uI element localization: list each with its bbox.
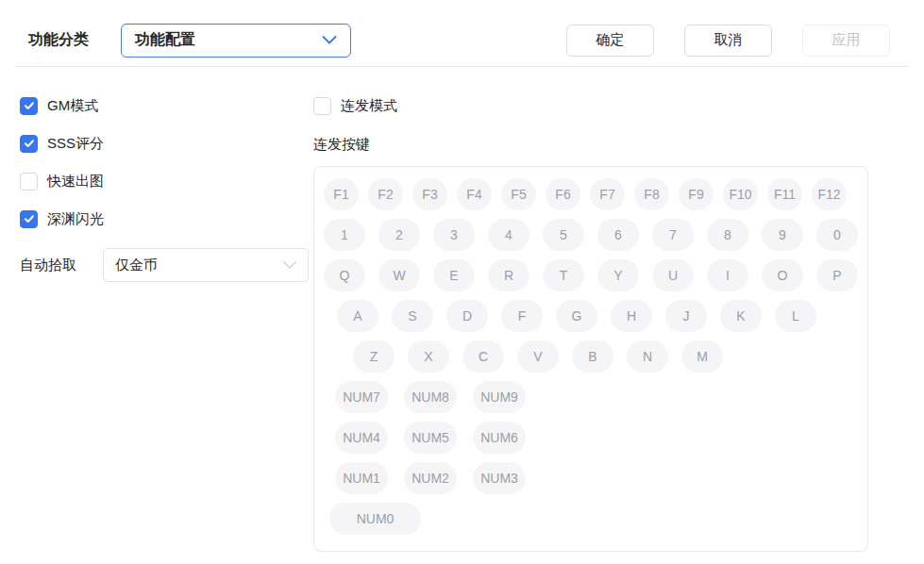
burst-mode-checkbox-row[interactable]: 连发模式 — [313, 96, 888, 115]
key-num7[interactable]: NUM7 — [335, 381, 388, 413]
keyboard-row: NUM0 — [324, 503, 858, 535]
key-n[interactable]: N — [627, 340, 668, 373]
key-f10[interactable]: F10 — [723, 178, 758, 210]
auto-pickup-select-value: 仅金币 — [115, 257, 158, 274]
feature-checkbox-row[interactable]: 深渊闪光 — [20, 209, 313, 228]
settings-content: GM模式SSS评分快速出图深渊闪光 自动拾取 仅金币 连发模式 连发按键 F1F… — [0, 67, 924, 552]
burst-keyboard: F1F2F3F4F5F6F7F8F9F10F11F121234567890QWE… — [313, 166, 868, 552]
key-5[interactable]: 5 — [543, 219, 584, 251]
key-f6[interactable]: F6 — [546, 178, 580, 210]
key-f12[interactable]: F12 — [812, 178, 847, 210]
checkbox[interactable] — [20, 173, 38, 191]
key-0[interactable]: 0 — [816, 219, 858, 251]
check-icon — [24, 100, 35, 111]
checkbox-label: GM模式 — [47, 97, 98, 115]
key-u[interactable]: U — [652, 259, 694, 291]
feature-checkbox-row[interactable]: SSS评分 — [20, 134, 313, 153]
key-num9[interactable]: NUM9 — [473, 381, 526, 413]
check-icon — [24, 138, 35, 149]
keyboard-row: ASDFGHJKL — [324, 300, 858, 332]
key-4[interactable]: 4 — [488, 219, 529, 251]
key-f11[interactable]: F11 — [767, 178, 802, 210]
key-num2[interactable]: NUM2 — [404, 462, 457, 494]
category-select[interactable]: 功能配置 — [121, 24, 351, 58]
keyboard-row: QWERTYUIOP — [324, 259, 858, 291]
key-m[interactable]: M — [681, 340, 723, 373]
checkbox-label: SSS评分 — [47, 135, 104, 153]
chevron-down-icon — [283, 261, 296, 269]
feature-options-column: GM模式SSS评分快速出图深渊闪光 自动拾取 仅金币 — [0, 96, 313, 552]
key-g[interactable]: G — [556, 300, 597, 332]
key-num5[interactable]: NUM5 — [404, 422, 457, 454]
key-r[interactable]: R — [488, 259, 529, 291]
key-k[interactable]: K — [720, 300, 762, 332]
key-b[interactable]: B — [572, 340, 613, 373]
feature-checkbox-row[interactable]: 快速出图 — [20, 172, 313, 191]
key-w[interactable]: W — [378, 259, 420, 291]
cancel-button[interactable]: 取消 — [684, 25, 772, 57]
checkbox-label: 快速出图 — [47, 173, 104, 191]
key-q[interactable]: Q — [324, 259, 365, 291]
key-6[interactable]: 6 — [597, 219, 639, 251]
key-num1[interactable]: NUM1 — [335, 462, 388, 494]
key-a[interactable]: A — [337, 300, 378, 332]
key-p[interactable]: P — [816, 259, 858, 291]
key-f8[interactable]: F8 — [634, 178, 669, 210]
key-9[interactable]: 9 — [762, 219, 803, 251]
key-7[interactable]: 7 — [652, 219, 694, 251]
checkbox[interactable] — [20, 210, 38, 228]
burst-keys-label: 连发按键 — [313, 136, 888, 154]
key-d[interactable]: D — [446, 300, 488, 332]
key-v[interactable]: V — [517, 340, 559, 373]
key-f4[interactable]: F4 — [457, 178, 492, 210]
key-f2[interactable]: F2 — [368, 178, 403, 210]
header-bar: 功能分类 功能配置 确定 取消 应用 — [0, 0, 924, 66]
key-c[interactable]: C — [462, 340, 504, 373]
check-icon — [24, 213, 35, 224]
category-select-value: 功能配置 — [135, 30, 195, 50]
key-num8[interactable]: NUM8 — [404, 381, 457, 413]
feature-checkbox-list: GM模式SSS评分快速出图深渊闪光 — [20, 96, 313, 228]
key-j[interactable]: J — [665, 300, 707, 332]
key-f7[interactable]: F7 — [590, 178, 625, 210]
key-y[interactable]: Y — [597, 259, 639, 291]
key-t[interactable]: T — [543, 259, 584, 291]
chevron-down-icon — [322, 36, 337, 44]
key-f[interactable]: F — [501, 300, 543, 332]
key-num6[interactable]: NUM6 — [473, 422, 526, 454]
burst-settings-column: 连发模式 连发按键 F1F2F3F4F5F6F7F8F9F10F11F12123… — [313, 96, 888, 552]
key-f1[interactable]: F1 — [324, 178, 359, 210]
key-e[interactable]: E — [433, 259, 475, 291]
confirm-button[interactable]: 确定 — [566, 25, 654, 57]
checkbox-label: 深渊闪光 — [47, 210, 104, 228]
auto-pickup-select[interactable]: 仅金币 — [103, 248, 309, 282]
key-num3[interactable]: NUM3 — [473, 462, 526, 494]
keyboard-row: 1234567890 — [324, 219, 858, 251]
key-x[interactable]: X — [408, 340, 449, 373]
keyboard-row: ZXCVBNM — [324, 340, 858, 373]
key-f9[interactable]: F9 — [679, 178, 714, 210]
key-8[interactable]: 8 — [707, 219, 748, 251]
auto-pickup-row: 自动拾取 仅金币 — [20, 248, 313, 282]
checkbox-label: 连发模式 — [341, 97, 397, 115]
keyboard-row: NUM1NUM2NUM3 — [324, 462, 858, 494]
key-3[interactable]: 3 — [433, 219, 475, 251]
key-z[interactable]: Z — [353, 340, 395, 373]
feature-checkbox-row[interactable]: GM模式 — [20, 96, 313, 115]
key-2[interactable]: 2 — [378, 219, 420, 251]
key-i[interactable]: I — [707, 259, 748, 291]
key-o[interactable]: O — [762, 259, 803, 291]
checkbox[interactable] — [20, 97, 38, 115]
key-l[interactable]: L — [775, 300, 816, 332]
key-f3[interactable]: F3 — [412, 178, 447, 210]
key-f5[interactable]: F5 — [501, 178, 536, 210]
apply-button[interactable]: 应用 — [802, 25, 890, 57]
key-num0[interactable]: NUM0 — [329, 503, 421, 535]
key-num4[interactable]: NUM4 — [335, 422, 388, 454]
key-h[interactable]: H — [611, 300, 652, 332]
key-s[interactable]: S — [392, 300, 433, 332]
checkbox[interactable] — [313, 97, 331, 115]
category-label: 功能分类 — [28, 30, 89, 50]
checkbox[interactable] — [20, 135, 38, 153]
key-1[interactable]: 1 — [324, 219, 365, 251]
